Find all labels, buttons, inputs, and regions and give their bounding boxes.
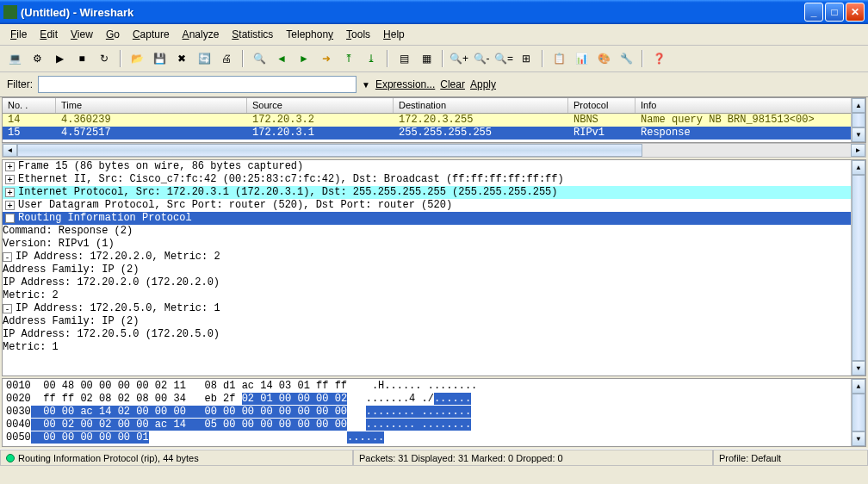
detail-af2[interactable]: Address Family: IP (2) bbox=[3, 315, 865, 328]
scroll-right-icon[interactable]: ► bbox=[851, 144, 865, 157]
col-protocol[interactable]: Protocol bbox=[568, 98, 636, 113]
hscroll-thumb[interactable] bbox=[17, 144, 642, 157]
col-info[interactable]: Info bbox=[636, 98, 865, 113]
packet-row[interactable]: 144.360239172.20.3.2172.20.3.255NBNSName… bbox=[3, 114, 865, 127]
packet-list-vscroll[interactable]: ▲ ▼ bbox=[851, 98, 865, 142]
expand-icon[interactable]: + bbox=[5, 188, 15, 197]
menu-file[interactable]: File bbox=[5, 27, 32, 42]
menu-go[interactable]: Go bbox=[101, 27, 125, 42]
scroll-up-icon[interactable]: ▲ bbox=[852, 379, 865, 394]
maximize-button[interactable]: □ bbox=[825, 3, 844, 22]
find-icon[interactable]: 🔍 bbox=[250, 49, 269, 68]
detail-ethernet[interactable]: +Ethernet II, Src: Cisco_c7:fc:42 (00:25… bbox=[3, 173, 865, 186]
scroll-down-icon[interactable]: ▼ bbox=[852, 361, 865, 375]
autoscroll-icon[interactable]: ▦ bbox=[417, 49, 436, 68]
packet-row-selected[interactable]: 154.572517172.20.3.1255.255.255.255RIPv1… bbox=[3, 127, 865, 140]
scroll-thumb[interactable] bbox=[852, 175, 865, 361]
capture-status-icon bbox=[6, 454, 15, 462]
hex-line[interactable]: 0030 00 00 ac 14 02 00 00 00 00 00 00 00… bbox=[6, 406, 862, 419]
restart-icon[interactable]: ↻ bbox=[95, 49, 114, 68]
filter-input[interactable] bbox=[38, 76, 356, 93]
options-icon[interactable]: ⚙ bbox=[28, 49, 46, 68]
zoomout-icon[interactable]: 🔍- bbox=[472, 49, 491, 68]
first-icon[interactable]: ⤒ bbox=[339, 49, 358, 68]
scroll-up-icon[interactable]: ▲ bbox=[852, 98, 865, 113]
resize-cols-icon[interactable]: ⊞ bbox=[517, 49, 536, 68]
save-icon[interactable]: 💾 bbox=[150, 49, 169, 68]
detail-ipa1[interactable]: IP Address: 172.20.2.0 (172.20.2.0) bbox=[3, 276, 865, 289]
menu-edit[interactable]: Edit bbox=[34, 27, 63, 42]
detail-m1[interactable]: Metric: 2 bbox=[3, 289, 865, 302]
help-icon[interactable]: ❓ bbox=[649, 49, 668, 68]
collapse-icon[interactable]: - bbox=[3, 252, 12, 262]
scroll-left-icon[interactable]: ◄ bbox=[3, 144, 17, 157]
colorize-icon[interactable]: ▤ bbox=[394, 49, 413, 68]
expression-button[interactable]: Expression... bbox=[375, 78, 435, 90]
apply-button[interactable]: Apply bbox=[470, 78, 496, 90]
filter-label: Filter: bbox=[7, 78, 33, 90]
detail-udp[interactable]: +User Datagram Protocol, Src Port: route… bbox=[3, 199, 865, 212]
interfaces-icon[interactable]: 💻 bbox=[5, 49, 24, 68]
open-icon[interactable]: 📂 bbox=[127, 49, 146, 68]
reload-icon[interactable]: 🔄 bbox=[195, 49, 214, 68]
detail-frame[interactable]: +Frame 15 (86 bytes on wire, 86 bytes ca… bbox=[3, 160, 865, 173]
detail-af1[interactable]: Address Family: IP (2) bbox=[3, 264, 865, 276]
close-button[interactable]: ✕ bbox=[846, 3, 865, 22]
clear-button[interactable]: Clear bbox=[440, 78, 465, 90]
expand-icon[interactable]: + bbox=[5, 175, 15, 184]
filter-dropdown-icon[interactable]: ▼ bbox=[362, 80, 370, 90]
print-icon[interactable]: 🖨 bbox=[217, 49, 236, 68]
capture-filter-icon[interactable]: 📋 bbox=[549, 49, 568, 68]
hex-line[interactable]: 0050 00 00 00 00 00 01 ...... bbox=[6, 431, 862, 444]
detail-ip[interactable]: +Internet Protocol, Src: 172.20.3.1 (172… bbox=[3, 186, 865, 199]
detail-ipa2[interactable]: IP Address: 172.20.5.0 (172.20.5.0) bbox=[3, 328, 865, 341]
last-icon[interactable]: ⤓ bbox=[362, 49, 381, 68]
scroll-up-icon[interactable]: ▲ bbox=[852, 160, 865, 175]
close-file-icon[interactable]: ✖ bbox=[172, 49, 191, 68]
detail-version[interactable]: Version: RIPv1 (1) bbox=[3, 238, 865, 251]
detail-ipaddr1[interactable]: - IP Address: 172.20.2.0, Metric: 2 bbox=[3, 251, 865, 264]
stop-icon[interactable]: ■ bbox=[72, 49, 91, 68]
menu-capture[interactable]: Capture bbox=[127, 27, 175, 42]
scroll-down-icon[interactable]: ▼ bbox=[852, 431, 865, 446]
scroll-down-icon[interactable]: ▼ bbox=[852, 127, 865, 142]
forward-icon[interactable]: ► bbox=[294, 49, 313, 68]
hex-vscroll[interactable]: ▲ ▼ bbox=[851, 379, 865, 446]
hex-line[interactable]: 0020 ff ff 02 08 02 08 00 34 eb 2f 02 01… bbox=[6, 393, 862, 406]
zoomin-icon[interactable]: 🔍+ bbox=[450, 49, 468, 68]
filter-bar: Filter: ▼ Expression... Clear Apply bbox=[0, 72, 868, 97]
collapse-icon[interactable]: - bbox=[5, 214, 15, 223]
detail-command[interactable]: Command: Response (2) bbox=[3, 225, 865, 238]
goto-icon[interactable]: ➜ bbox=[317, 49, 336, 68]
menu-analyze[interactable]: Analyze bbox=[177, 27, 225, 42]
display-filter-icon[interactable]: 📊 bbox=[572, 49, 591, 68]
details-vscroll[interactable]: ▲ ▼ bbox=[851, 160, 865, 375]
coloring-rules-icon[interactable]: 🎨 bbox=[594, 49, 613, 68]
col-time[interactable]: Time bbox=[56, 98, 247, 113]
zoom100-icon[interactable]: 🔍= bbox=[494, 49, 513, 68]
collapse-icon[interactable]: - bbox=[3, 304, 12, 313]
menu-statistics[interactable]: Statistics bbox=[226, 27, 278, 42]
detail-ipaddr2[interactable]: - IP Address: 172.20.5.0, Metric: 1 bbox=[3, 302, 865, 315]
minimize-button[interactable]: _ bbox=[804, 3, 823, 22]
detail-m2[interactable]: Metric: 1 bbox=[3, 341, 865, 354]
col-source[interactable]: Source bbox=[247, 98, 394, 113]
hex-line[interactable]: 0010 00 48 00 00 00 00 02 11 08 d1 ac 14… bbox=[6, 380, 862, 393]
prefs-icon[interactable]: 🔧 bbox=[617, 49, 636, 68]
col-destination[interactable]: Destination bbox=[394, 98, 568, 113]
menu-help[interactable]: Help bbox=[378, 27, 410, 42]
expand-icon[interactable]: + bbox=[5, 201, 15, 210]
expand-icon[interactable]: + bbox=[5, 162, 15, 171]
scroll-thumb[interactable] bbox=[852, 113, 865, 127]
col-no[interactable]: No. . bbox=[3, 98, 56, 113]
menu-view[interactable]: View bbox=[65, 27, 98, 42]
back-icon[interactable]: ◄ bbox=[272, 49, 291, 68]
menu-telephony[interactable]: Telephony bbox=[281, 27, 338, 42]
status-left-text: Routing Information Protocol (rip), 44 b… bbox=[18, 453, 199, 463]
scroll-thumb[interactable] bbox=[852, 394, 865, 431]
hex-line[interactable]: 0040 00 02 00 02 00 00 ac 14 05 00 00 00… bbox=[6, 419, 862, 431]
detail-rip[interactable]: -Routing Information Protocol bbox=[3, 212, 865, 225]
menu-tools[interactable]: Tools bbox=[341, 27, 375, 42]
packet-list-hscroll[interactable]: ◄ ► bbox=[2, 143, 866, 158]
start-icon[interactable]: ▶ bbox=[50, 49, 69, 68]
